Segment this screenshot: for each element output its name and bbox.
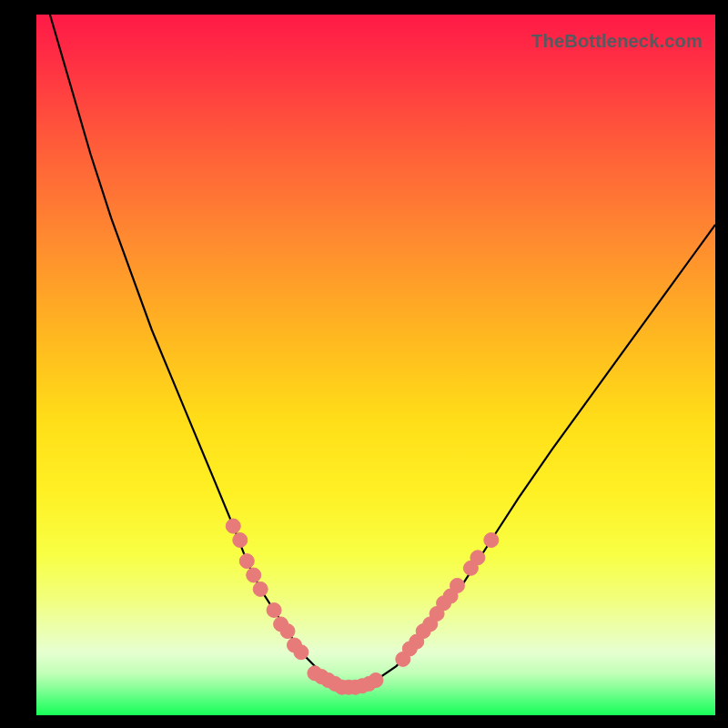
marker-point — [294, 645, 308, 660]
marker-point — [233, 533, 248, 548]
chart-svg — [36, 15, 715, 715]
marker-point — [247, 568, 261, 582]
marker-point — [484, 533, 499, 548]
marker-point — [226, 519, 240, 533]
marker-group — [226, 519, 499, 694]
chart-plot-area: TheBottleneck.com — [36, 15, 715, 715]
marker-point — [280, 624, 295, 639]
marker-point — [369, 673, 383, 688]
marker-point — [450, 579, 465, 593]
watermark-label: TheBottleneck.com — [531, 31, 703, 52]
marker-point — [470, 551, 485, 565]
bottleneck-curve — [50, 15, 715, 687]
marker-point — [267, 603, 281, 618]
marker-point — [239, 554, 254, 569]
marker-point — [253, 581, 268, 596]
